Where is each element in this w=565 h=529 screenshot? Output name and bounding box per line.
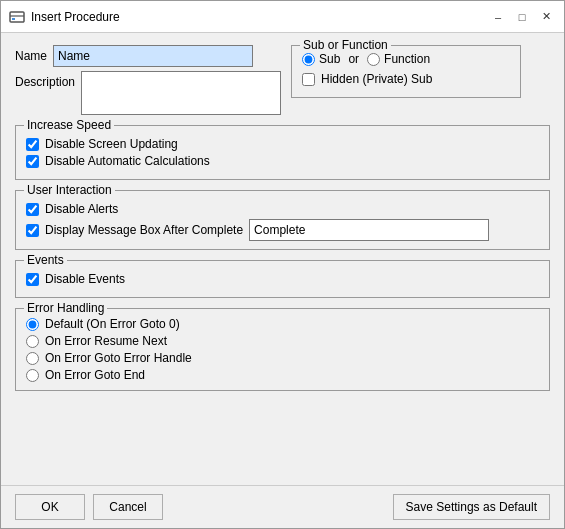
error-goto-radio[interactable] [26,352,39,365]
disable-events-label: Disable Events [45,272,125,286]
error-goto-row: On Error Goto Error Handle [26,351,539,365]
function-label: Function [384,52,430,66]
ok-button[interactable]: OK [15,494,85,520]
error-default-row: Default (On Error Goto 0) [26,317,539,331]
sub-radio[interactable] [302,53,315,66]
footer-left: OK Cancel [15,494,163,520]
title-text: Insert Procedure [31,10,120,24]
function-radio[interactable] [367,53,380,66]
cancel-button[interactable]: Cancel [93,494,163,520]
increase-speed-label: Increase Speed [24,118,114,132]
disable-events-checkbox[interactable] [26,273,39,286]
display-msg-input[interactable] [249,219,489,241]
display-msg-label: Display Message Box After Complete [45,223,243,237]
footer: OK Cancel Save Settings as Default [1,485,564,528]
error-handling-group: Error Handling Default (On Error Goto 0)… [15,308,550,391]
svg-rect-0 [10,12,24,22]
sub-or-row: Sub or Function [302,52,510,66]
sub-function-label: Sub or Function [300,38,391,52]
disable-screen-checkbox[interactable] [26,138,39,151]
error-goto-end-row: On Error Goto End [26,368,539,382]
increase-speed-group: Increase Speed Disable Screen Updating D… [15,125,550,180]
events-label: Events [24,253,67,267]
top-section: Name Description Sub or Function Sub or … [15,45,550,115]
sub-function-group: Sub or Function Sub or Function Hidden (… [291,45,521,98]
or-label: or [348,52,359,66]
error-default-radio[interactable] [26,318,39,331]
description-row: Description [15,71,281,115]
hidden-private-row: Hidden (Private) Sub [302,72,510,86]
hidden-private-checkbox[interactable] [302,73,315,86]
name-desc-section: Name Description [15,45,281,115]
form-content: Name Description Sub or Function Sub or … [1,33,564,485]
error-goto-end-label: On Error Goto End [45,368,145,382]
close-button[interactable]: ✕ [536,8,556,26]
description-label: Description [15,71,75,89]
events-group: Events Disable Events [15,260,550,298]
title-bar: Insert Procedure – □ ✕ [1,1,564,33]
save-settings-button[interactable]: Save Settings as Default [393,494,550,520]
svg-rect-2 [12,18,15,20]
disable-alerts-checkbox[interactable] [26,203,39,216]
main-window: Insert Procedure – □ ✕ Name Description [0,0,565,529]
sub-label: Sub [319,52,340,66]
disable-events-row: Disable Events [26,272,539,286]
window-icon [9,9,25,25]
error-resume-row: On Error Resume Next [26,334,539,348]
user-interaction-group: User Interaction Disable Alerts Display … [15,190,550,250]
disable-calc-row: Disable Automatic Calculations [26,154,539,168]
minimize-button[interactable]: – [488,8,508,26]
disable-screen-row: Disable Screen Updating [26,137,539,151]
disable-alerts-label: Disable Alerts [45,202,118,216]
error-resume-radio[interactable] [26,335,39,348]
disable-alerts-row: Disable Alerts [26,202,539,216]
hidden-private-label: Hidden (Private) Sub [321,72,432,86]
disable-screen-label: Disable Screen Updating [45,137,178,151]
name-label: Name [15,49,47,63]
display-msg-row: Display Message Box After Complete [26,219,539,241]
name-input[interactable] [53,45,253,67]
description-textarea[interactable] [81,71,281,115]
error-goto-label: On Error Goto Error Handle [45,351,192,365]
error-resume-label: On Error Resume Next [45,334,167,348]
title-controls: – □ ✕ [488,8,556,26]
display-msg-checkbox[interactable] [26,224,39,237]
maximize-button[interactable]: □ [512,8,532,26]
error-goto-end-radio[interactable] [26,369,39,382]
title-bar-left: Insert Procedure [9,9,120,25]
user-interaction-label: User Interaction [24,183,115,197]
disable-calc-label: Disable Automatic Calculations [45,154,210,168]
name-row: Name [15,45,281,67]
disable-calc-checkbox[interactable] [26,155,39,168]
error-default-label: Default (On Error Goto 0) [45,317,180,331]
error-handling-label: Error Handling [24,301,107,315]
